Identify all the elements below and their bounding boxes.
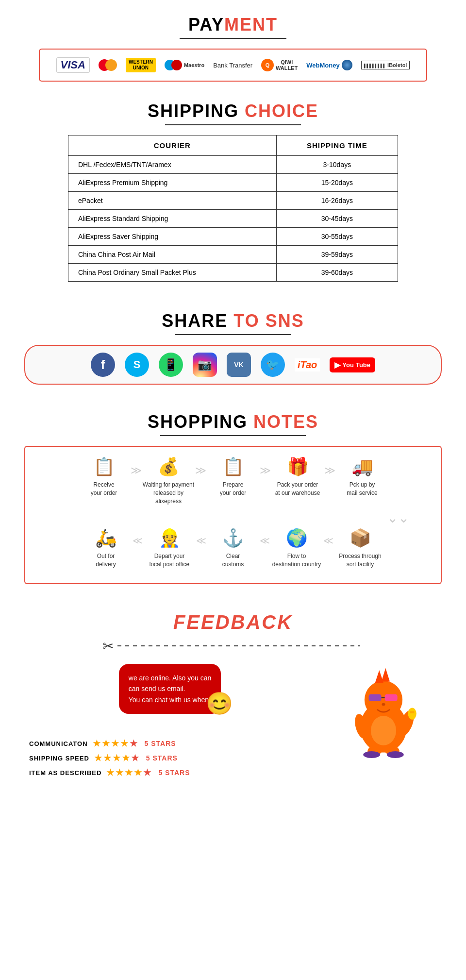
flow-item-pack: 🎁 Pack your orderat our warehouse [271,456,324,497]
table-row: DHL /Fedex/EMS/TNT/Aramex3-10days [68,156,398,174]
visa-logo: VISA [56,57,90,73]
arrow-left-1: ≪ [133,535,143,546]
qiwi-logo: Q QIWIWALLET [261,59,298,71]
vk-icon[interactable]: VK [227,353,251,377]
svg-point-15 [387,751,404,758]
svg-rect-4 [369,694,382,701]
notes-title: SHOPPING NOTES [10,412,456,432]
youtube-icon[interactable]: ▶ YouTube [330,357,375,372]
svg-point-10 [408,708,416,719]
courier-cell: China China Post Air Mail [68,246,277,264]
customs-label: Clearcustoms [222,552,244,569]
sort-icon: 📦 [350,528,371,548]
shipping-title: SHIPPING CHOICE [10,101,456,121]
sns-icons-box: f S 📱 📷 VK 🐦 iTao ▶ YouTube [24,345,442,385]
payment-underline [180,38,286,39]
feedback-right [330,664,437,761]
shopping-notes-section: SHOPPING NOTES 📋 Receiveyour order ≫ 💰 W… [0,402,466,602]
feedback-section: FEEDBACK ✂ we are online. Also you canca… [0,602,466,792]
depart-icon: 👷 [159,528,181,548]
sns-section: SHARE TO SNS f S 📱 📷 VK 🐦 iTao ▶ YouTube [0,301,466,402]
prepare-icon: 📋 [222,456,244,477]
time-cell: 15-20days [276,174,398,192]
flow-item-depart: 👷 Depart yourlocal post office [143,528,196,569]
smiley-emoji: 😊 [206,686,233,721]
flow-icon: 🌍 [286,528,308,548]
shipping-time-header: SHIPPING TIME [276,135,398,156]
flow-item-delivery: 🛵 Out fordelivery [79,528,133,569]
pack-label: Pack your orderat our warehouse [275,481,320,497]
delivery-label: Out fordelivery [96,552,116,569]
time-cell: 39-60days [276,264,398,282]
bank-transfer-label: Bank Transfer [213,62,252,69]
arrow-left-3: ≪ [260,535,270,546]
arrow-2: ≫ [195,463,206,477]
table-row: China China Post Air Mail39-59days [68,246,398,264]
instagram-icon[interactable]: 📷 [193,353,217,377]
skype-icon[interactable]: S [125,353,149,377]
table-row: AliExpress Premium Shipping15-20days [68,174,398,192]
feedback-content: we are online. Also you cancan send us e… [29,664,437,782]
flow-item-pickup: 🚚 Pck up bymail service [335,456,389,497]
item-described-stars: ★ ★ ★ ★ ★ [106,767,151,778]
sort-label: Process throughsort facility [339,552,381,569]
communication-value: 5 STARS [145,740,176,747]
svg-point-16 [371,716,396,745]
shipping-underline [165,124,301,125]
courier-cell: AliExpress Saver Shipping [68,228,277,246]
scissors-icon: ✂ [102,638,114,654]
pickup-label: Pck up bymail service [347,481,377,497]
shipping-table: COURIER SHIPPING TIME DHL /Fedex/EMS/TNT… [68,135,398,282]
table-row: China Post Ordinary Small Packet Plus39-… [68,264,398,282]
courier-header: COURIER [68,135,277,156]
webmoney-logo: WebMoney [306,60,352,70]
payment-label: Waiting for paymentreleased by alixepres… [142,481,195,505]
flow-label: Flow todestination country [272,552,321,569]
communication-label: COMMUNICATON [29,740,88,747]
payment-section: PAYMENT VISA WESTERNUNION Maestro Bank T… [0,0,466,91]
pickup-icon: 🚚 [351,456,373,477]
feedback-bubble: we are online. Also you cancan send us e… [119,664,221,714]
time-cell: 16-26days [276,192,398,210]
bubble-text: we are online. Also you cancan send us e… [129,674,211,704]
western-union-logo: WESTERNUNION [126,58,156,72]
arrow-1: ≫ [131,463,142,477]
mascot-svg [335,664,432,761]
shipping-speed-value: 5 STARS [146,754,178,762]
courier-cell: AliExpress Standard Shipping [68,210,277,228]
depart-label: Depart yourlocal post office [150,552,190,569]
shipping-speed-stars: ★ ★ ★ ★ ★ [94,753,139,763]
whatsapp-icon[interactable]: 📱 [159,353,183,377]
pack-icon: 🎁 [287,456,309,477]
dash-line [117,645,360,646]
time-cell: 39-59days [276,246,398,264]
flow-item-prepare: 📋 Prepareyour order [206,456,260,497]
time-cell: 30-45days [276,210,398,228]
facebook-icon[interactable]: f [91,353,115,377]
table-row: AliExpress Standard Shipping30-45days [68,210,398,228]
delivery-icon: 🛵 [95,528,117,548]
notes-underline [160,435,306,436]
svg-rect-5 [385,694,398,701]
sns-underline [175,334,291,335]
maestro-logo: Maestro [165,60,204,70]
flow-row-1: 📋 Receiveyour order ≫ 💰 Waiting for paym… [33,456,433,505]
itao-logo[interactable]: iTao [295,358,320,372]
payment-methods-box: VISA WESTERNUNION Maestro Bank Transfer … [39,49,427,82]
courier-cell: China Post Ordinary Small Packet Plus [68,264,277,282]
svg-rect-11 [410,711,415,713]
flow-item-payment: 💰 Waiting for paymentreleased by alixepr… [142,456,195,505]
svg-point-7 [382,703,385,706]
arrow-left-2: ≪ [196,535,206,546]
arrow-3: ≫ [260,463,271,477]
time-cell: 30-55days [276,228,398,246]
table-row: ePacket16-26days [68,192,398,210]
flow-item-customs: ⚓ Clearcustoms [206,528,260,569]
table-row: AliExpress Saver Shipping30-55days [68,228,398,246]
twitter-icon[interactable]: 🐦 [261,353,285,377]
arrow-down: ⌄⌄ [33,510,433,526]
item-described-rating: ITEM AS DESCRIBED ★ ★ ★ ★ ★ 5 STARS [29,767,311,778]
mastercard-logo [99,59,117,71]
boleto-logo: ▌▌▌▌▌▌▌▌ iBoletol [361,61,410,69]
payment-title: PAYMENT [10,15,456,35]
